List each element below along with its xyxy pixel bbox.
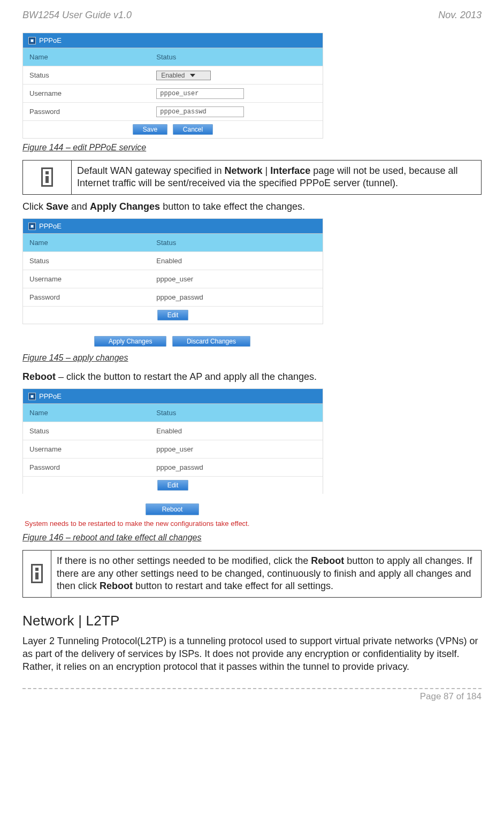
table-row: Status Enabled — [23, 422, 323, 440]
row-value-username: pppoe_user — [150, 440, 323, 458]
table-row: Username pppoe_user — [23, 270, 323, 288]
row-value-username: pppoe_user — [150, 270, 323, 288]
col-name: Name — [23, 234, 150, 251]
row-label-status: Status — [23, 422, 150, 440]
col-name: Name — [23, 48, 150, 66]
row-value-password: pppoe_passwd — [150, 459, 323, 476]
edit-button[interactable]: Edit — [157, 310, 189, 320]
panel-title: PPPoE — [39, 392, 62, 400]
figure-caption: Figure 144 – edit PPPoE service — [22, 143, 482, 152]
row-label-password: Password — [23, 288, 150, 306]
edit-button[interactable]: Edit — [157, 480, 189, 491]
row-label-username: Username — [23, 440, 150, 458]
info-box: If there is no other settings needed to … — [22, 550, 482, 597]
panel-title-bar: PPPoE — [23, 33, 323, 48]
panel-icon — [28, 393, 36, 400]
doc-date: Nov. 2013 — [438, 10, 482, 21]
row-value-status: Enabled — [150, 422, 323, 440]
row-value-password: pppoe_passwd — [150, 288, 323, 306]
status-select-value: Enabled — [161, 72, 185, 79]
col-status: Status — [150, 234, 323, 251]
body-text: Layer 2 Tunneling Protocol(L2TP) is a tu… — [22, 635, 482, 674]
body-text: Reboot – click the button to restart the… — [22, 370, 482, 383]
row-label-status: Status — [23, 66, 150, 84]
table-row: Password pppoe_passwd — [23, 458, 323, 476]
table-row: Status Enabled — [23, 251, 323, 270]
col-status: Status — [150, 404, 323, 422]
restart-warning: System needs to be restarted to make the… — [22, 516, 326, 529]
section-heading: Network | L2TP — [22, 613, 482, 629]
body-text: Click Save and Apply Changes button to t… — [22, 200, 482, 213]
save-button[interactable]: Save — [133, 124, 167, 135]
apply-changes-button[interactable]: Apply Changes — [94, 336, 166, 347]
password-input[interactable]: pppoe_passwd — [156, 106, 244, 117]
table-row: Password pppoe_passwd — [23, 102, 323, 120]
row-label-status: Status — [23, 252, 150, 270]
table-row: Username pppoe_user — [23, 84, 323, 102]
page-number: Page 87 of 184 — [22, 691, 482, 702]
table-header-row: Name Status — [23, 48, 323, 66]
panel-button-row: Edit — [23, 476, 323, 494]
cancel-button[interactable]: Cancel — [173, 124, 213, 135]
figure-caption: Figure 146 – reboot and take effect all … — [22, 533, 482, 543]
doc-title: BW1254 User Guide v1.0 — [22, 10, 132, 21]
row-label-password: Password — [23, 459, 150, 476]
discard-changes-button[interactable]: Discard Changes — [172, 336, 250, 347]
info-icon — [23, 161, 72, 194]
table-row: Status Enabled — [23, 66, 323, 84]
pppoe-reboot-panel: PPPoE Name Status Status Enabled Usernam… — [22, 388, 323, 494]
footer-divider — [22, 688, 482, 689]
figure-caption: Figure 145 – apply changes — [22, 353, 482, 363]
panel-button-row: Save Cancel — [23, 120, 323, 138]
status-select[interactable]: Enabled — [156, 71, 211, 80]
panel-title-bar: PPPoE — [23, 389, 323, 404]
row-value-status: Enabled — [150, 252, 323, 270]
col-name: Name — [23, 404, 150, 422]
panel-title: PPPoE — [39, 36, 62, 44]
apply-button-row: Apply Changes Discard Changes — [22, 326, 322, 349]
table-row: Password pppoe_passwd — [23, 288, 323, 306]
pppoe-apply-panel: PPPoE Name Status Status Enabled Usernam… — [22, 218, 323, 324]
panel-icon — [28, 223, 36, 230]
info-text: If there is no other settings needed to … — [51, 551, 481, 597]
panel-title-bar: PPPoE — [23, 219, 323, 234]
username-input[interactable]: pppoe_user — [156, 88, 244, 99]
info-box: Default WAN gateway specified in Network… — [22, 160, 482, 195]
page-header: BW1254 User Guide v1.0 Nov. 2013 — [22, 10, 482, 21]
row-label-username: Username — [23, 85, 150, 102]
reboot-button[interactable]: Reboot — [146, 503, 200, 515]
panel-title: PPPoE — [39, 222, 62, 230]
panel-icon — [28, 37, 36, 44]
table-header-row: Name Status — [23, 404, 323, 422]
info-text: Default WAN gateway specified in Network… — [72, 161, 481, 194]
reboot-button-row: Reboot — [22, 496, 322, 516]
row-label-username: Username — [23, 270, 150, 288]
col-status: Status — [150, 48, 323, 66]
table-header-row: Name Status — [23, 234, 323, 251]
info-icon — [23, 551, 51, 597]
row-label-password: Password — [23, 103, 150, 120]
pppoe-edit-panel: PPPoE Name Status Status Enabled Usernam… — [22, 33, 323, 139]
chevron-down-icon — [190, 74, 195, 77]
panel-button-row: Edit — [23, 306, 323, 324]
table-row: Username pppoe_user — [23, 440, 323, 458]
